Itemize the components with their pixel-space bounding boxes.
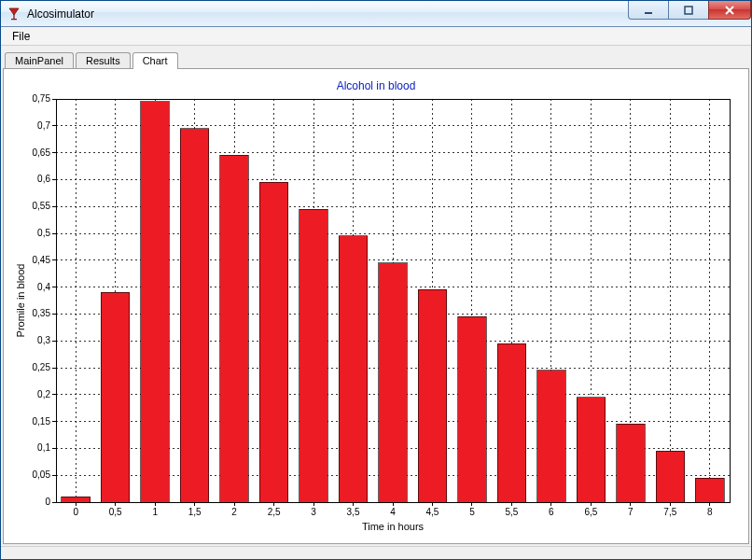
tab-panel-chart: Alcohol in blood00,050,10,150,20,250,30,… <box>3 68 749 544</box>
svg-rect-2 <box>645 12 652 14</box>
x-tick-label: 8 <box>707 507 713 517</box>
menubar: File <box>1 27 751 46</box>
svg-rect-3 <box>685 7 692 14</box>
y-tick-label: 0,7 <box>37 120 50 131</box>
y-tick-label: 0,65 <box>33 147 51 158</box>
y-tick-label: 0,15 <box>33 416 51 427</box>
chart-container: Alcohol in blood00,050,10,150,20,250,30,… <box>11 77 741 536</box>
bar <box>379 263 408 502</box>
bar <box>299 209 328 502</box>
bar <box>458 316 487 502</box>
x-tick-label: 4,5 <box>426 507 439 517</box>
x-tick-label: 3,5 <box>347 507 360 517</box>
tab-results[interactable]: Results <box>76 52 131 69</box>
minimize-button[interactable] <box>628 1 669 20</box>
y-tick-label: 0,45 <box>33 255 51 265</box>
y-tick-label: 0,4 <box>37 282 50 292</box>
y-axis-label: Promile in blood <box>15 264 26 338</box>
app-icon <box>7 7 21 21</box>
y-tick-label: 0,5 <box>37 228 50 238</box>
client-area: MainPanel Results Chart Alcohol in blood… <box>1 46 751 546</box>
menu-file[interactable]: File <box>5 28 37 45</box>
x-tick-label: 5,5 <box>505 507 518 517</box>
bar <box>62 497 91 502</box>
tab-mainpanel[interactable]: MainPanel <box>5 52 74 69</box>
x-tick-label: 1 <box>152 507 158 517</box>
x-tick-label: 7 <box>628 507 634 517</box>
bar <box>656 451 685 502</box>
y-tick-label: 0,75 <box>33 93 51 104</box>
x-tick-label: 7,5 <box>663 507 676 517</box>
y-tick-label: 0,25 <box>33 362 51 372</box>
maximize-button[interactable] <box>668 1 709 20</box>
bar <box>418 289 447 502</box>
bar <box>497 343 526 502</box>
y-tick-label: 0,35 <box>33 308 51 318</box>
bar <box>617 424 646 502</box>
tabstrip: MainPanel Results Chart <box>3 48 749 68</box>
bar <box>339 236 368 502</box>
x-tick-label: 0,5 <box>109 507 122 517</box>
titlebar[interactable]: Alcosimulator <box>1 1 751 27</box>
y-tick-label: 0,05 <box>33 469 51 480</box>
x-axis-label: Time in hours <box>362 521 425 532</box>
window-title: Alcosimulator <box>27 7 94 21</box>
x-tick-label: 2 <box>231 507 237 517</box>
app-window: Alcosimulator File MainPanel Results Cha… <box>0 0 752 560</box>
x-tick-label: 4 <box>390 507 396 517</box>
y-tick-label: 0,2 <box>37 389 50 399</box>
svg-rect-0 <box>13 14 14 19</box>
bar <box>180 129 209 502</box>
y-tick-label: 0,3 <box>37 335 50 345</box>
bar <box>695 478 724 502</box>
x-tick-label: 6,5 <box>584 507 597 517</box>
y-tick-label: 0,1 <box>37 442 50 453</box>
bar <box>259 182 288 502</box>
x-tick-label: 5 <box>469 507 475 517</box>
y-tick-label: 0,6 <box>37 174 50 184</box>
tab-chart[interactable]: Chart <box>132 52 178 69</box>
y-tick-label: 0 <box>45 497 50 507</box>
bar <box>537 371 566 502</box>
bar <box>577 398 606 502</box>
close-button[interactable] <box>708 1 751 20</box>
x-tick-label: 0 <box>73 507 78 517</box>
chart-title: Alcohol in blood <box>337 79 416 92</box>
x-tick-label: 2,5 <box>268 507 281 517</box>
x-tick-label: 3 <box>311 507 316 517</box>
svg-rect-1 <box>11 19 17 20</box>
bar <box>220 155 249 502</box>
x-tick-label: 6 <box>549 507 554 517</box>
bar <box>141 102 170 502</box>
alcohol-chart: Alcohol in blood00,050,10,150,20,250,30,… <box>11 77 741 536</box>
bar <box>101 292 130 502</box>
x-tick-label: 1,5 <box>188 507 202 517</box>
y-tick-label: 0,55 <box>33 201 51 211</box>
statusbar <box>1 546 751 559</box>
window-controls <box>629 1 751 20</box>
